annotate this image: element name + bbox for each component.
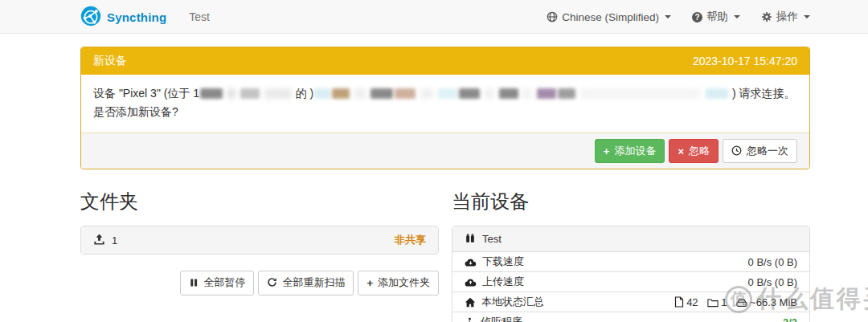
redacted-block [485,88,494,99]
folders-column: 文件夹 1 非共享 [80,189,439,322]
table-row-download-rate: 下载速度 0 B/s (0 B) [452,252,809,272]
this-device-column: 当前设备 Test [452,189,810,322]
globe-icon [547,11,558,23]
redacted-block [522,88,532,99]
close-icon: × [678,146,684,157]
redacted-block [395,88,416,99]
table-row-upload-rate: 上传速度 0 B/s (0 B) [452,272,809,292]
pause-all-button[interactable]: 全部暂停 [180,271,254,295]
refresh-icon [267,275,277,290]
upload-icon [93,234,105,247]
add-device-label: 添加设备 [614,144,656,158]
plus-icon: + [604,146,610,157]
download-rate-value: 0 B/s (0 B) [596,252,809,272]
redacted-block [264,88,292,99]
local-state-size: ~66.3 MiB [750,296,797,308]
ignore-button[interactable]: × 忽略 [669,139,719,163]
redacted-block [706,88,728,99]
rescan-all-label: 全部重新扫描 [282,275,345,290]
cloud-download-icon [465,256,477,268]
folder-row[interactable]: 1 非共享 [81,226,438,254]
redacted-block [332,88,350,99]
listeners-value: 3/3 [596,312,809,322]
syncthing-logo-icon [80,6,101,28]
new-device-panel-header: 新设备 2023-10-17 15:47:20 [81,47,809,75]
message-prefix: 设备 "Pixel 3" (位于 1 [93,87,199,100]
new-device-message: 设备 "Pixel 3" (位于 1 的 ) ) 请求连接。是否添加新设备? [81,75,809,132]
local-state-label: 本地状态汇总 [481,295,544,309]
device-name: Test [482,233,502,245]
folder-panel: 1 非共享 [80,226,439,255]
clock-icon [731,144,742,158]
redacted-block [459,88,480,99]
redacted-block [314,88,330,99]
hdd-icon [736,296,747,308]
folder-label: 1 [112,234,117,247]
rescan-all-button[interactable]: 全部重新扫描 [258,271,354,295]
chevron-down-icon [734,15,740,18]
listeners-label: 侦听程序 [481,315,522,322]
add-folder-label: 添加文件夹 [378,275,430,290]
redacted-block [499,88,518,99]
syncthing-brand[interactable]: Syncthing [80,6,166,28]
new-device-title: 新设备 [93,54,127,68]
pause-all-label: 全部暂停 [203,275,245,290]
sitemap-icon [465,316,475,322]
redacted-block [227,88,235,99]
folders-heading: 文件夹 [80,189,439,214]
help-icon: ? [692,12,702,22]
cloud-upload-icon [465,276,477,288]
local-state-value: 42 1 [596,292,809,312]
redacted-block [420,88,433,99]
new-device-panel-footer: + 添加设备 × 忽略 忽略一次 [81,132,809,169]
folder-status-badge: 非共享 [395,233,426,247]
table-row-listeners: 侦听程序 3/3 [452,312,809,322]
file-icon [674,296,684,308]
brand-name: Syncthing [107,10,166,24]
ignore-label: 忽略 [689,144,710,158]
device-status-table: 下载速度 0 B/s (0 B) [452,251,809,322]
help-label: 帮助 [706,10,728,24]
table-row-local-state: 本地状态汇总 42 [452,292,809,312]
navbar-page-title: Test [189,10,210,23]
message-mid: 的 ) [296,87,314,100]
ignore-once-label: 忽略一次 [747,144,788,158]
local-state-files: 42 [686,296,698,308]
actions-dropdown[interactable]: 操作 [761,10,810,24]
plus-icon: + [366,278,373,288]
gear-icon [761,11,772,23]
download-rate-label: 下载速度 [482,255,524,269]
new-device-panel: 新设备 2023-10-17 15:47:20 设备 "Pixel 3" (位于… [80,47,810,169]
folder-icon [707,296,719,308]
ignore-once-button[interactable]: 忽略一次 [723,139,797,163]
upload-rate-label: 上传速度 [482,275,524,289]
new-device-timestamp: 2023-10-17 15:47:20 [693,55,797,67]
redacted-block [580,88,701,99]
device-icon [465,233,476,245]
home-icon [465,296,476,308]
local-state-folders: 1 [721,296,727,308]
pause-icon [189,275,199,290]
actions-label: 操作 [776,10,798,24]
this-device-heading: 当前设备 [452,189,810,214]
language-label: Chinese (Simplified) [562,11,659,23]
help-dropdown[interactable]: ? 帮助 [692,10,740,24]
folder-actions-bar: 全部暂停 全部重新扫描 + 添加文件夹 [80,271,439,295]
this-device-panel: Test [452,226,810,322]
add-device-button[interactable]: + 添加设备 [595,139,665,163]
redacted-block [558,88,575,99]
redacted-block [354,88,366,99]
add-folder-button[interactable]: + 添加文件夹 [358,271,439,295]
top-navbar: Syncthing Test Chinese (Simplified) ? 帮助 [0,0,868,34]
chevron-down-icon [804,15,810,18]
redacted-block [240,88,260,99]
chevron-down-icon [665,15,671,18]
redacted-block [200,88,223,99]
redacted-block [438,88,457,99]
upload-rate-value: 0 B/s (0 B) [596,272,809,292]
language-dropdown[interactable]: Chinese (Simplified) [547,11,671,23]
this-device-header-row[interactable]: Test [452,226,809,251]
redacted-block [537,88,556,99]
redacted-block [371,88,393,99]
